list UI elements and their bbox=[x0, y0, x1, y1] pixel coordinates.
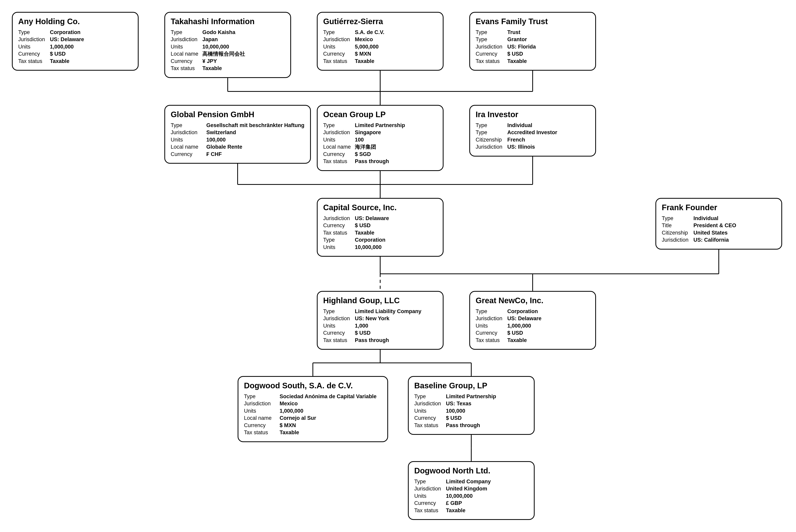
row-label: Units bbox=[323, 136, 355, 143]
row-value: Taxable bbox=[280, 429, 299, 436]
row-value: 100,000 bbox=[446, 407, 465, 415]
row-value: Godo Kaisha bbox=[202, 29, 236, 36]
entity-title: Gutiérrez-Sierra bbox=[323, 17, 437, 26]
row-label: Jurisdiction bbox=[414, 400, 446, 407]
entity-row: Local name海洋集团 bbox=[323, 143, 437, 150]
entity-row: Tax statusPass through bbox=[323, 158, 437, 165]
row-label: Local name bbox=[171, 50, 202, 57]
row-value: Individual bbox=[507, 122, 532, 129]
row-label: Local name bbox=[244, 415, 280, 421]
row-label: Jurisdiction bbox=[18, 36, 50, 43]
row-label: Jurisdiction bbox=[662, 236, 693, 244]
row-label: Units bbox=[323, 43, 355, 50]
row-label: Tax status bbox=[18, 58, 50, 65]
entity-row: TypeLimited Partnership bbox=[323, 122, 437, 129]
row-label: Currency bbox=[18, 50, 50, 57]
row-label: Tax status bbox=[244, 429, 280, 436]
entity-row: JurisdictionUS: New York bbox=[323, 315, 437, 322]
entity-row: TypeGodo Kaisha bbox=[171, 29, 285, 36]
entity-row: CitizenshipFrench bbox=[476, 136, 590, 143]
entity-row: Units100,000 bbox=[171, 136, 304, 143]
entity-row: TypeLimited Liability Company bbox=[323, 308, 437, 315]
row-label: Tax status bbox=[476, 337, 507, 344]
row-label: Units bbox=[244, 407, 280, 415]
entity-row: TypeIndividual bbox=[476, 122, 590, 129]
entity-row: TypeSociedad Anónima de Capital Variable bbox=[244, 393, 382, 400]
entity-row: JurisdictionSwitzerland bbox=[171, 129, 304, 136]
entity-capital[interactable]: Capital Source, Inc.JurisdictionUS: Dela… bbox=[317, 198, 444, 257]
row-value: Pass through bbox=[355, 158, 389, 165]
row-label: Jurisdiction bbox=[476, 315, 507, 322]
row-label: Type bbox=[476, 29, 507, 36]
entity-row: Currency$ USD bbox=[323, 222, 437, 229]
row-value: Taxable bbox=[507, 337, 527, 344]
entity-title: Dogwood South, S.A. de C.V. bbox=[244, 381, 382, 390]
entity-row: JurisdictionJapan bbox=[171, 36, 285, 43]
entity-row: JurisdictionUS: Delaware bbox=[323, 215, 437, 222]
row-value: Taxable bbox=[355, 58, 374, 65]
row-label: Currency bbox=[414, 499, 446, 507]
entity-row: TypeAccredited Investor bbox=[476, 129, 590, 136]
row-value: Sociedad Anónima de Capital Variable bbox=[280, 393, 377, 400]
row-value: 10,000,000 bbox=[446, 492, 473, 499]
row-value: 高橋情報合同会社 bbox=[202, 50, 245, 57]
row-value: $ SGD bbox=[355, 151, 371, 158]
row-label: Local name bbox=[171, 143, 206, 150]
row-label: Currency bbox=[171, 58, 202, 65]
entity-takahashi[interactable]: Takahashi InformationTypeGodo KaishaJuri… bbox=[164, 12, 291, 78]
entity-gutierrez[interactable]: Gutiérrez-SierraTypeS.A. de C.V.Jurisdic… bbox=[317, 12, 444, 71]
entity-globalpension[interactable]: Global Pension GmbHTypeGesellschaft mit … bbox=[164, 105, 311, 164]
row-value: £ GBP bbox=[446, 499, 462, 507]
row-label: Tax status bbox=[414, 507, 446, 514]
row-label: Jurisdiction bbox=[171, 36, 202, 43]
row-label: Type bbox=[476, 36, 507, 43]
entity-row: Currency$ USD bbox=[414, 415, 528, 421]
entity-row: CitizenshipUnited States bbox=[662, 229, 776, 236]
row-label: Jurisdiction bbox=[414, 485, 446, 492]
entity-row: Local name高橋情報合同会社 bbox=[171, 50, 285, 57]
entity-row: TypeIndividual bbox=[662, 215, 776, 222]
row-label: Type bbox=[323, 308, 355, 315]
entity-row: Currency₣ CHF bbox=[171, 151, 304, 158]
row-label: Currency bbox=[476, 50, 507, 57]
entity-row: Units1,000,000 bbox=[476, 322, 590, 329]
entity-great[interactable]: Great NewCo, Inc.TypeCorporationJurisdic… bbox=[469, 291, 596, 350]
entity-evans[interactable]: Evans Family TrustTypeTrustTypeGrantorJu… bbox=[469, 12, 596, 71]
entity-title: Ocean Group LP bbox=[323, 110, 437, 119]
row-label: Type bbox=[414, 478, 446, 485]
row-label: Jurisdiction bbox=[323, 129, 355, 136]
row-value: United Kingdom bbox=[446, 485, 487, 492]
row-value: US: Florida bbox=[507, 43, 536, 50]
entity-baseline[interactable]: Baseline Group, LPTypeLimited Partnershi… bbox=[408, 376, 535, 435]
entity-anyholding[interactable]: Any Holding Co.TypeCorporationJurisdicti… bbox=[12, 12, 138, 71]
entity-row: TypeLimited Company bbox=[414, 478, 528, 485]
row-label: Jurisdiction bbox=[171, 129, 206, 136]
row-value: Trust bbox=[507, 29, 520, 36]
entity-frank[interactable]: Frank FounderTypeIndividualTitlePresiden… bbox=[655, 198, 782, 250]
row-label: Type bbox=[323, 122, 355, 129]
row-label: Units bbox=[414, 407, 446, 415]
entity-row: Currency$ USD bbox=[476, 50, 590, 57]
entity-row: Tax statusTaxable bbox=[171, 65, 285, 72]
row-value: Taxable bbox=[507, 58, 527, 65]
entity-highland[interactable]: Highland Goup, LLCTypeLimited Liability … bbox=[317, 291, 444, 350]
entity-title: Ira Investor bbox=[476, 110, 590, 119]
row-label: Units bbox=[476, 322, 507, 329]
entity-row: Tax statusTaxable bbox=[323, 229, 437, 236]
entity-dogwoodsouth[interactable]: Dogwood South, S.A. de C.V.TypeSociedad … bbox=[238, 376, 388, 442]
entity-ira[interactable]: Ira InvestorTypeIndividualTypeAccredited… bbox=[469, 105, 596, 156]
entity-ocean[interactable]: Ocean Group LPTypeLimited PartnershipJur… bbox=[317, 105, 444, 171]
row-label: Tax status bbox=[414, 422, 446, 429]
entity-row: Currency$ MXN bbox=[244, 422, 382, 429]
entity-dogwoodnorth[interactable]: Dogwood North Ltd.TypeLimited CompanyJur… bbox=[408, 461, 535, 520]
row-value: $ MXN bbox=[355, 50, 371, 57]
row-value: Mexico bbox=[355, 36, 373, 43]
entity-title: Global Pension GmbH bbox=[171, 110, 304, 119]
row-label: Type bbox=[171, 122, 206, 129]
entity-title: Baseline Group, LP bbox=[414, 381, 528, 390]
row-label: Currency bbox=[414, 415, 446, 421]
row-label: Units bbox=[414, 492, 446, 499]
row-label: Tax status bbox=[323, 337, 355, 344]
entity-row: TypeCorporation bbox=[18, 29, 132, 36]
row-label: Jurisdiction bbox=[476, 143, 507, 150]
